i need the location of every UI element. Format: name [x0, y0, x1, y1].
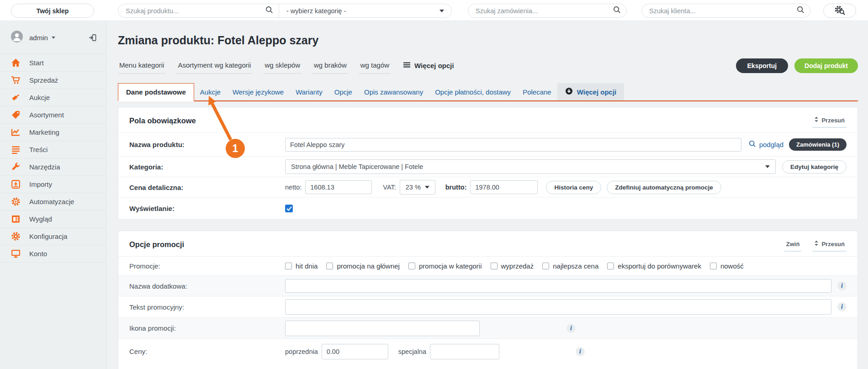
collapse-section-button[interactable]: Zwiń — [784, 240, 802, 252]
edit-category-button[interactable]: Edytuj kategorię — [782, 160, 847, 174]
checkbox[interactable] — [542, 263, 549, 269]
search-icon — [265, 6, 273, 16]
preview-link[interactable]: podgląd — [749, 140, 783, 149]
tab-opis-zawansowany[interactable]: Opis zawansowany — [358, 83, 429, 100]
avatar — [11, 31, 23, 44]
sidebar-item-automatyzacje[interactable]: Automatyzacje — [0, 193, 106, 211]
sidebar-item-importy[interactable]: Importy — [0, 176, 106, 193]
previous-price-label: poprzednia — [285, 348, 318, 355]
checkbox[interactable] — [710, 263, 717, 269]
user-menu[interactable]: admin — [0, 21, 106, 54]
tag-icon — [11, 110, 21, 120]
product-search-input[interactable] — [118, 7, 265, 15]
info-icon[interactable]: i — [566, 324, 576, 333]
checkbox[interactable] — [491, 263, 498, 269]
collapse-sidebar-button[interactable] — [88, 33, 97, 42]
promo-icon-label: Ikona promocji: — [129, 324, 285, 332]
subnav-wg-brakow[interactable]: wg braków — [312, 60, 348, 74]
search-icon — [613, 6, 621, 16]
info-icon[interactable]: i — [837, 281, 847, 290]
netto-input[interactable] — [305, 180, 372, 194]
sidebar-item-asortyment[interactable]: Asortyment — [0, 106, 106, 124]
move-section-label: Przesuń — [821, 117, 845, 124]
brutto-input[interactable] — [470, 180, 538, 194]
promo-checkbox-hit-dnia[interactable]: hit dnia — [285, 262, 318, 270]
info-icon[interactable]: i — [837, 302, 847, 311]
section-title: Opcje promocji — [129, 240, 184, 249]
checkbox[interactable] — [408, 263, 415, 269]
chart-icon — [11, 127, 21, 137]
checkbox[interactable] — [326, 263, 333, 269]
checkbox-label: promocja w kategorii — [419, 262, 482, 270]
shop-button[interactable]: Twój sklep — [11, 4, 94, 18]
sidebar-item-label: Automatyzacje — [29, 198, 74, 206]
subnav-wg-sklepow[interactable]: wg sklepów — [263, 60, 302, 74]
promo-icon-input[interactable] — [285, 321, 480, 336]
extra-name-label: Nazwa dodatkowa: — [129, 282, 285, 290]
top-bar: Twój sklep - wybierz kategorię - — [0, 0, 868, 21]
checkbox[interactable] — [607, 263, 614, 269]
tab-opcje-platnosci-dostawy[interactable]: Opcje płatności, dostawy — [429, 83, 517, 100]
category-filter-select[interactable]: - wybierz kategorię - — [279, 4, 451, 17]
sidebar-item-konto[interactable]: Konto — [0, 245, 106, 263]
subnav-more-options[interactable]: Więcej opcji — [403, 62, 454, 73]
tab-aukcje[interactable]: Aukcje — [194, 83, 227, 100]
tab-more-options[interactable]: Więcej opcji — [557, 83, 625, 100]
gear-search-icon — [834, 5, 846, 17]
subnav-wg-tagow[interactable]: wg tagów — [359, 60, 391, 74]
category-select[interactable]: Strona główna | Meble Tapicerowane | Fot… — [285, 159, 776, 174]
promo-checkbox-eksportuj-do-porownywarek[interactable]: eksportuj do porównywarek — [607, 262, 701, 270]
order-search-input[interactable] — [468, 7, 613, 15]
sidebar-item-label: Asortyment — [29, 111, 64, 119]
export-button[interactable]: Eksportuj — [736, 58, 789, 73]
promo-text-label: Tekst promocyjny: — [129, 303, 285, 311]
sidebar-item-label: Start — [29, 59, 44, 67]
tab-dane-podstawowe[interactable]: Dane podstawowe — [118, 83, 194, 101]
move-section-button[interactable]: Przesuń — [812, 240, 847, 252]
price-history-button[interactable]: Historia ceny — [546, 181, 601, 194]
promo-checkbox-wyprzedaz[interactable]: wyprzedaż — [491, 262, 534, 270]
sort-arrows-icon — [814, 116, 819, 124]
promo-options-section: Opcje promocji Zwiń Przesuń Promocje: hi… — [118, 231, 858, 369]
auto-promo-button[interactable]: Zdefiniuj automatyczną promocje — [607, 181, 721, 194]
promo-text-input[interactable] — [285, 299, 831, 315]
subnav-asortyment-wg-kategorii[interactable]: Asortyment wg kategorii — [176, 60, 252, 74]
advanced-search-button[interactable] — [823, 4, 856, 18]
special-price-input[interactable] — [430, 344, 499, 359]
product-name-input[interactable] — [285, 138, 741, 152]
promo-checkbox-promocja-na-glownej[interactable]: promocja na głównej — [326, 262, 400, 270]
subnav-more-options-label: Więcej opcji — [414, 62, 454, 69]
tab-opcje[interactable]: Opcje — [328, 83, 358, 100]
tab-warianty[interactable]: Warianty — [290, 83, 328, 100]
product-tabs: Dane podstawowe Aukcje Wersje językowe W… — [118, 83, 858, 101]
chevron-down-icon — [765, 165, 770, 168]
vat-select[interactable]: 23 % — [400, 180, 435, 195]
display-checkbox[interactable] — [285, 205, 293, 212]
sidebar: admin Start Sprzedaż Aukcje Asortyment M… — [0, 21, 106, 369]
sidebar-item-tresci[interactable]: Treści — [0, 141, 106, 158]
promo-checkbox-promocja-w-kategorii[interactable]: promocja w kategorii — [408, 262, 482, 270]
extra-name-input[interactable] — [285, 279, 831, 293]
promo-checkbox-nowosc[interactable]: nowość — [710, 262, 744, 270]
client-search-input[interactable] — [642, 7, 797, 15]
promo-checkbox-najlepsza-cena[interactable]: najlepsza cena — [542, 262, 598, 270]
tab-wersje-jezykowe[interactable]: Wersje językowe — [227, 83, 290, 100]
cart-icon — [11, 75, 21, 85]
tab-polecane[interactable]: Polecane — [517, 83, 557, 100]
add-product-button[interactable]: Dodaj produkt — [794, 58, 858, 73]
sidebar-item-sprzedaz[interactable]: Sprzedaż — [0, 72, 106, 89]
gavel-icon — [11, 93, 21, 102]
sidebar-item-marketing[interactable]: Marketing — [0, 124, 106, 141]
sidebar-item-wyglad[interactable]: Wygląd — [0, 211, 106, 228]
checkbox[interactable] — [285, 263, 292, 269]
sidebar-item-konfiguracja[interactable]: Konfiguracja — [0, 228, 106, 245]
info-icon[interactable]: i — [576, 347, 585, 356]
sidebar-item-narzedzia[interactable]: Narzędzia — [0, 158, 106, 176]
sidebar-item-start[interactable]: Start — [0, 54, 106, 72]
sidebar-item-aukcje[interactable]: Aukcje — [0, 89, 106, 106]
previous-price-input[interactable] — [322, 344, 388, 359]
gear-play-icon — [11, 197, 21, 206]
subnav-menu-kategorii[interactable]: Menu kategorii — [118, 60, 165, 74]
orders-button[interactable]: Zamówienia (1) — [789, 138, 847, 151]
move-section-button[interactable]: Przesuń — [812, 116, 847, 128]
